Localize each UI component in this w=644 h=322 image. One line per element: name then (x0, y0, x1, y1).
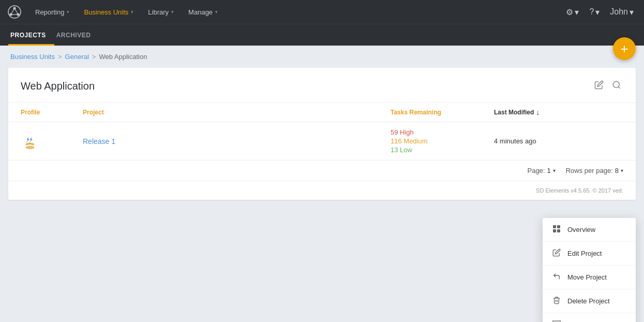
help-icon: ? (589, 7, 594, 17)
top-navigation: Reporting ▾ Business Units ▾ Library ▾ M… (0, 0, 644, 24)
nav-business-units-chevron: ▾ (131, 9, 133, 14)
menu-item-overview[interactable]: Overview (543, 218, 636, 242)
breadcrumb: Business Units > General > Web Applicati… (0, 46, 644, 68)
page-value: 1 (547, 167, 550, 174)
plus-icon: + (620, 41, 628, 57)
rows-label: Rows per page: (566, 167, 613, 174)
svg-line-5 (14, 8, 18, 14)
app-logo (6, 4, 23, 20)
card-footer: SD Elements v4.5.65. © 2017 ved. (8, 181, 636, 200)
menu-item-archive-project[interactable]: Archive Project (543, 313, 636, 322)
edit-button[interactable] (592, 78, 606, 94)
nav-manage-chevron: ▾ (215, 9, 218, 14)
overview-icon (552, 225, 561, 235)
context-menu: Overview Edit Project Mo (543, 218, 636, 322)
projects-card: Web Application Profile Pr (8, 68, 636, 200)
page-selector[interactable]: Page: 1 ▾ (527, 167, 555, 174)
nav-library[interactable]: Library ▾ (141, 0, 181, 24)
menu-edit-label: Edit Project (567, 250, 602, 257)
archive-project-icon (552, 320, 561, 322)
page-label: Page: (527, 167, 545, 174)
nav-reporting[interactable]: Reporting ▾ (28, 0, 77, 24)
col-profile: Profile (21, 109, 83, 116)
svg-rect-11 (557, 225, 560, 228)
tasks-cell: 59 High 116 Medium 13 Low (391, 128, 494, 154)
settings-chevron: ▾ (575, 7, 579, 17)
add-project-button[interactable]: + (613, 37, 636, 60)
svg-line-8 (618, 86, 620, 88)
profile-cell (21, 132, 83, 151)
move-project-icon (552, 272, 561, 282)
sub-navigation: PROJECTS ARCHIVED (0, 24, 644, 46)
search-button[interactable] (610, 78, 623, 94)
modified-cell: 4 minutes ago (494, 137, 597, 145)
nav-reporting-chevron: ▾ (67, 9, 69, 14)
col-modified[interactable]: Last Modified ↓ (494, 108, 597, 116)
user-menu-button[interactable]: John ▾ (606, 4, 638, 20)
delete-project-icon (552, 296, 561, 306)
user-name: John (610, 7, 628, 17)
breadcrumb-general[interactable]: General (65, 53, 89, 61)
svg-rect-13 (557, 229, 560, 232)
edit-project-icon (552, 248, 561, 258)
svg-point-7 (613, 81, 619, 87)
main-content: Web Application Profile Pr (0, 68, 644, 208)
menu-move-label: Move Project (567, 273, 607, 281)
task-medium: 116 Medium (391, 137, 494, 145)
task-low: 13 Low (391, 146, 494, 154)
task-high: 59 High (391, 128, 494, 136)
svg-rect-10 (553, 225, 556, 228)
svg-point-9 (25, 146, 35, 149)
java-icon (21, 132, 39, 151)
footer-rights: ved. (612, 187, 623, 194)
table-row: Release 1 59 High 116 Medium 13 Low 4 mi… (8, 122, 636, 160)
rows-chevron-icon: ▾ (621, 168, 623, 173)
footer-text: SD Elements v4.5.65. © 2017 (536, 187, 611, 194)
nav-library-chevron: ▾ (171, 9, 174, 14)
svg-rect-12 (553, 229, 556, 232)
breadcrumb-sep-2: > (92, 53, 96, 61)
nav-business-units[interactable]: Business Units ▾ (77, 0, 141, 24)
menu-item-move-project[interactable]: Move Project (543, 266, 636, 289)
pagination-bar: Page: 1 ▾ Rows per page: 8 ▾ (8, 160, 636, 181)
card-title: Web Application (21, 80, 95, 92)
card-actions (592, 78, 623, 94)
breadcrumb-business-units[interactable]: Business Units (10, 53, 55, 61)
svg-line-4 (11, 8, 14, 14)
menu-overview-label: Overview (567, 226, 595, 233)
card-header: Web Application (8, 68, 636, 103)
nav-manage[interactable]: Manage ▾ (181, 0, 225, 24)
menu-delete-label: Delete Project (567, 297, 610, 305)
settings-button[interactable]: ⚙ ▾ (562, 4, 583, 20)
col-project: Project (83, 109, 391, 116)
col-tasks: Tasks Remaining (391, 109, 494, 116)
rows-per-page-selector[interactable]: Rows per page: 8 ▾ (566, 167, 623, 174)
breadcrumb-current: Web Application (99, 53, 147, 61)
user-chevron: ▾ (630, 7, 634, 17)
project-link[interactable]: Release 1 (83, 137, 115, 145)
page-chevron-icon: ▾ (553, 168, 556, 173)
table-header: Profile Project Tasks Remaining Last Mod… (8, 103, 636, 122)
help-chevron: ▾ (595, 7, 600, 17)
help-button[interactable]: ? ▾ (585, 4, 604, 20)
breadcrumb-sep-1: > (58, 53, 62, 61)
menu-item-delete-project[interactable]: Delete Project (543, 289, 636, 313)
rows-value: 8 (615, 167, 619, 174)
nav-right: ⚙ ▾ ? ▾ John ▾ (562, 4, 638, 20)
project-cell: Release 1 (83, 137, 391, 146)
tab-archived[interactable]: ARCHIVED (54, 32, 99, 46)
menu-item-edit-project[interactable]: Edit Project (543, 242, 636, 266)
sort-arrow-icon: ↓ (536, 108, 540, 116)
nav-left: Reporting ▾ Business Units ▾ Library ▾ M… (6, 0, 225, 24)
tab-projects[interactable]: PROJECTS (8, 32, 54, 46)
gear-icon: ⚙ (566, 7, 573, 17)
